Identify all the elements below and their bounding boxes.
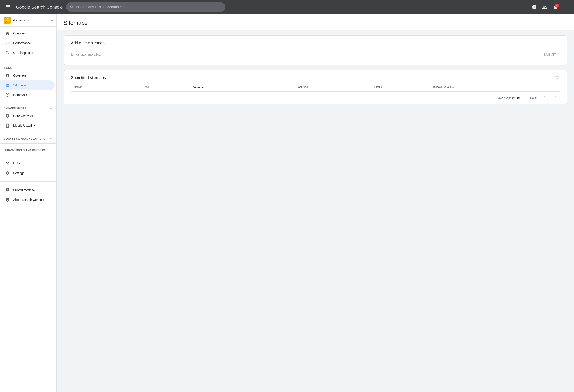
sidebar-item-url-inspection[interactable]: URL inspection <box>0 48 55 58</box>
content-area: Add a new sitemap SUBMIT Submitted sitem… <box>57 30 574 115</box>
page-info: 0-0 of 0 <box>528 96 537 100</box>
domain-icon: 🔑 <box>3 17 11 24</box>
search-bar[interactable] <box>66 2 225 12</box>
top-nav: Overview Performance URL inspection <box>0 27 56 59</box>
col-status: Status <box>373 83 431 92</box>
sidebar-item-performance[interactable]: Performance <box>0 38 55 48</box>
add-sitemap-title: Add a new sitemap <box>71 41 560 45</box>
nav-divider-3 <box>0 132 56 132</box>
add-sitemap-card-body: Add a new sitemap SUBMIT <box>64 36 567 65</box>
col-last-read: Last read <box>295 83 373 92</box>
search-icon <box>70 5 74 9</box>
core-web-vitals-icon <box>5 114 10 118</box>
add-sitemap-card: Add a new sitemap SUBMIT <box>63 35 567 65</box>
pagination-row: Rows per page: 10 0-0 of 0 <box>64 92 567 104</box>
rows-dropdown-arrow <box>521 96 524 100</box>
index-section-header[interactable]: Index <box>0 63 56 71</box>
menu-icon[interactable] <box>3 2 12 12</box>
app-layout: 🔑 domain.com ▾ Overview Performance <box>0 14 574 392</box>
next-page-button[interactable] <box>552 94 560 102</box>
header-actions: 6 <box>530 3 571 11</box>
coverage-icon <box>5 73 10 78</box>
app-header: Google Search Console 6 <box>0 0 574 14</box>
nav-divider-4 <box>0 144 56 144</box>
domain-dropdown-arrow: ▾ <box>51 19 53 22</box>
info-icon <box>5 198 10 202</box>
submitted-sitemaps-card: Submitted sitemaps Sitemap Type <box>63 70 567 104</box>
prev-page-button[interactable] <box>540 94 548 102</box>
page-header: Sitemaps <box>57 14 574 30</box>
apps-button[interactable] <box>562 3 571 11</box>
rows-per-page-selector[interactable]: 10 <box>517 96 524 100</box>
home-icon <box>5 31 10 36</box>
sidebar-item-submit-feedback[interactable]: Submit feedback <box>0 185 55 195</box>
domain-name: domain.com <box>13 19 49 22</box>
app-logo: Google Search Console <box>16 5 63 10</box>
nav-divider-5 <box>0 155 56 155</box>
sitemap-input-row: SUBMIT <box>71 50 560 59</box>
bottom-nav: Links Settings <box>0 157 56 180</box>
sidebar-item-links[interactable]: Links <box>0 159 55 168</box>
removals-icon <box>5 93 10 97</box>
links-icon <box>5 161 10 165</box>
sidebar-item-core-web-vitals[interactable]: Core web vitals <box>0 111 55 121</box>
sort-arrow-submitted: ↓ <box>207 85 208 89</box>
legacy-section-header[interactable]: Legacy tools and reports <box>0 145 56 153</box>
submitted-sitemaps-title: Submitted sitemaps <box>71 76 106 80</box>
col-sitemap: Sitemap <box>71 83 141 92</box>
sidebar-item-coverage[interactable]: Coverage <box>0 71 55 80</box>
notification-badge: 6 <box>555 3 559 7</box>
trending-up-icon <box>5 41 10 45</box>
url-search-icon <box>5 51 10 55</box>
col-discovered-urls: Discovered URLs <box>431 83 560 92</box>
sidebar-item-removals[interactable]: Removals <box>0 90 55 100</box>
sidebar-item-about[interactable]: About Search Console <box>0 195 55 205</box>
sidebar: 🔑 domain.com ▾ Overview Performance <box>0 14 57 392</box>
account-button[interactable] <box>540 3 549 11</box>
search-input[interactable] <box>76 5 222 9</box>
sitemap-url-input[interactable] <box>71 50 540 59</box>
feedback-icon <box>5 188 10 192</box>
submit-sitemap-button[interactable]: SUBMIT <box>540 50 560 59</box>
notifications-button[interactable]: 6 <box>551 3 560 11</box>
help-button[interactable] <box>530 3 539 11</box>
enhancements-section-header[interactable]: Enhancements <box>0 103 56 111</box>
domain-selector[interactable]: 🔑 domain.com ▾ <box>0 14 56 27</box>
submitted-sitemaps-header: Submitted sitemaps <box>64 70 567 83</box>
nav-divider-2 <box>0 102 56 102</box>
page-title: Sitemaps <box>63 20 567 30</box>
sidebar-item-overview[interactable]: Overview <box>0 28 55 38</box>
col-submitted[interactable]: Submitted ↓ <box>190 83 295 92</box>
security-section-header[interactable]: Security & Manual Actions <box>0 134 56 142</box>
sitemaps-icon <box>5 83 10 87</box>
footer-nav: Submit feedback About Search Console <box>0 184 56 206</box>
sidebar-item-settings[interactable]: Settings <box>0 168 55 178</box>
sitemaps-table: Sitemap Type Submitted ↓ Last read Statu… <box>71 83 560 92</box>
mobile-icon <box>5 124 10 128</box>
settings-icon <box>5 171 10 175</box>
sitemaps-table-wrap: Sitemap Type Submitted ↓ Last read Statu… <box>64 83 567 92</box>
filter-button[interactable] <box>555 75 560 81</box>
sidebar-item-mobile-usability[interactable]: Mobile Usability <box>0 121 55 130</box>
col-type: Type <box>141 83 190 92</box>
main-content: Sitemaps Add a new sitemap SUBMIT Submit… <box>57 14 574 392</box>
rows-per-page-control: Rows per page: 10 <box>496 96 524 100</box>
sidebar-item-sitemaps[interactable]: Sitemaps <box>0 80 55 90</box>
